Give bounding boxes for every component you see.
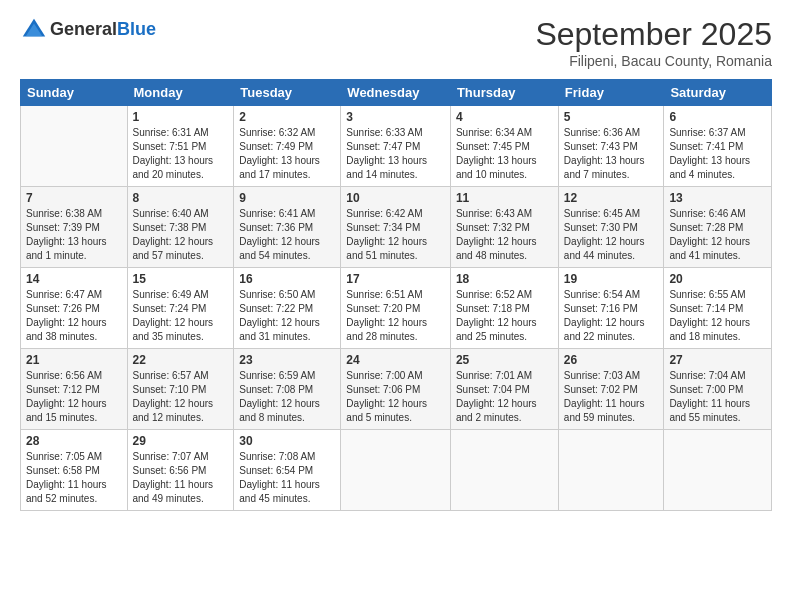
calendar-cell: 9Sunrise: 6:41 AM Sunset: 7:36 PM Daylig… [234, 187, 341, 268]
calendar-cell: 26Sunrise: 7:03 AM Sunset: 7:02 PM Dayli… [558, 349, 664, 430]
day-number: 2 [239, 110, 335, 124]
day-info: Sunrise: 7:01 AM Sunset: 7:04 PM Dayligh… [456, 369, 553, 425]
calendar-cell: 30Sunrise: 7:08 AM Sunset: 6:54 PM Dayli… [234, 430, 341, 511]
col-saturday: Saturday [664, 80, 772, 106]
day-number: 22 [133, 353, 229, 367]
col-thursday: Thursday [450, 80, 558, 106]
calendar-cell: 25Sunrise: 7:01 AM Sunset: 7:04 PM Dayli… [450, 349, 558, 430]
calendar-cell: 13Sunrise: 6:46 AM Sunset: 7:28 PM Dayli… [664, 187, 772, 268]
day-info: Sunrise: 6:51 AM Sunset: 7:20 PM Dayligh… [346, 288, 445, 344]
calendar-header-row: Sunday Monday Tuesday Wednesday Thursday… [21, 80, 772, 106]
day-number: 1 [133, 110, 229, 124]
calendar-cell [558, 430, 664, 511]
day-info: Sunrise: 6:31 AM Sunset: 7:51 PM Dayligh… [133, 126, 229, 182]
calendar-cell [450, 430, 558, 511]
calendar-cell: 15Sunrise: 6:49 AM Sunset: 7:24 PM Dayli… [127, 268, 234, 349]
calendar-cell: 23Sunrise: 6:59 AM Sunset: 7:08 PM Dayli… [234, 349, 341, 430]
day-number: 6 [669, 110, 766, 124]
calendar-week-row: 28Sunrise: 7:05 AM Sunset: 6:58 PM Dayli… [21, 430, 772, 511]
day-info: Sunrise: 7:03 AM Sunset: 7:02 PM Dayligh… [564, 369, 659, 425]
day-number: 5 [564, 110, 659, 124]
logo-blue-text: Blue [117, 19, 156, 39]
day-info: Sunrise: 7:04 AM Sunset: 7:00 PM Dayligh… [669, 369, 766, 425]
day-number: 19 [564, 272, 659, 286]
day-number: 27 [669, 353, 766, 367]
day-number: 14 [26, 272, 122, 286]
calendar-cell [341, 430, 451, 511]
day-info: Sunrise: 6:55 AM Sunset: 7:14 PM Dayligh… [669, 288, 766, 344]
day-number: 26 [564, 353, 659, 367]
day-number: 7 [26, 191, 122, 205]
main-container: GeneralBlue September 2025 Filipeni, Bac… [0, 0, 792, 521]
col-tuesday: Tuesday [234, 80, 341, 106]
day-info: Sunrise: 6:38 AM Sunset: 7:39 PM Dayligh… [26, 207, 122, 263]
logo-icon [20, 16, 48, 44]
calendar-cell: 7Sunrise: 6:38 AM Sunset: 7:39 PM Daylig… [21, 187, 128, 268]
day-number: 25 [456, 353, 553, 367]
day-number: 4 [456, 110, 553, 124]
header: GeneralBlue September 2025 Filipeni, Bac… [20, 16, 772, 69]
day-number: 10 [346, 191, 445, 205]
logo-general-text: General [50, 19, 117, 39]
calendar-cell: 16Sunrise: 6:50 AM Sunset: 7:22 PM Dayli… [234, 268, 341, 349]
day-info: Sunrise: 6:46 AM Sunset: 7:28 PM Dayligh… [669, 207, 766, 263]
day-info: Sunrise: 6:57 AM Sunset: 7:10 PM Dayligh… [133, 369, 229, 425]
day-info: Sunrise: 7:05 AM Sunset: 6:58 PM Dayligh… [26, 450, 122, 506]
day-number: 15 [133, 272, 229, 286]
day-info: Sunrise: 6:52 AM Sunset: 7:18 PM Dayligh… [456, 288, 553, 344]
day-info: Sunrise: 6:32 AM Sunset: 7:49 PM Dayligh… [239, 126, 335, 182]
day-info: Sunrise: 6:49 AM Sunset: 7:24 PM Dayligh… [133, 288, 229, 344]
day-number: 9 [239, 191, 335, 205]
calendar-cell [664, 430, 772, 511]
day-number: 23 [239, 353, 335, 367]
day-number: 3 [346, 110, 445, 124]
calendar-cell: 19Sunrise: 6:54 AM Sunset: 7:16 PM Dayli… [558, 268, 664, 349]
calendar-week-row: 14Sunrise: 6:47 AM Sunset: 7:26 PM Dayli… [21, 268, 772, 349]
day-number: 29 [133, 434, 229, 448]
calendar-cell: 2Sunrise: 6:32 AM Sunset: 7:49 PM Daylig… [234, 106, 341, 187]
day-info: Sunrise: 6:45 AM Sunset: 7:30 PM Dayligh… [564, 207, 659, 263]
col-wednesday: Wednesday [341, 80, 451, 106]
day-info: Sunrise: 7:08 AM Sunset: 6:54 PM Dayligh… [239, 450, 335, 506]
calendar-cell [21, 106, 128, 187]
calendar-week-row: 7Sunrise: 6:38 AM Sunset: 7:39 PM Daylig… [21, 187, 772, 268]
day-number: 13 [669, 191, 766, 205]
col-friday: Friday [558, 80, 664, 106]
calendar-cell: 3Sunrise: 6:33 AM Sunset: 7:47 PM Daylig… [341, 106, 451, 187]
day-number: 17 [346, 272, 445, 286]
day-info: Sunrise: 6:33 AM Sunset: 7:47 PM Dayligh… [346, 126, 445, 182]
day-info: Sunrise: 6:40 AM Sunset: 7:38 PM Dayligh… [133, 207, 229, 263]
day-info: Sunrise: 6:34 AM Sunset: 7:45 PM Dayligh… [456, 126, 553, 182]
day-info: Sunrise: 6:50 AM Sunset: 7:22 PM Dayligh… [239, 288, 335, 344]
day-number: 20 [669, 272, 766, 286]
calendar-cell: 14Sunrise: 6:47 AM Sunset: 7:26 PM Dayli… [21, 268, 128, 349]
calendar-cell: 22Sunrise: 6:57 AM Sunset: 7:10 PM Dayli… [127, 349, 234, 430]
day-number: 12 [564, 191, 659, 205]
calendar-cell: 12Sunrise: 6:45 AM Sunset: 7:30 PM Dayli… [558, 187, 664, 268]
day-number: 21 [26, 353, 122, 367]
day-number: 24 [346, 353, 445, 367]
day-number: 11 [456, 191, 553, 205]
calendar-cell: 11Sunrise: 6:43 AM Sunset: 7:32 PM Dayli… [450, 187, 558, 268]
day-info: Sunrise: 6:41 AM Sunset: 7:36 PM Dayligh… [239, 207, 335, 263]
calendar-cell: 8Sunrise: 6:40 AM Sunset: 7:38 PM Daylig… [127, 187, 234, 268]
day-info: Sunrise: 6:56 AM Sunset: 7:12 PM Dayligh… [26, 369, 122, 425]
calendar-cell: 20Sunrise: 6:55 AM Sunset: 7:14 PM Dayli… [664, 268, 772, 349]
month-title: September 2025 [535, 16, 772, 53]
day-info: Sunrise: 6:54 AM Sunset: 7:16 PM Dayligh… [564, 288, 659, 344]
calendar-cell: 17Sunrise: 6:51 AM Sunset: 7:20 PM Dayli… [341, 268, 451, 349]
day-number: 8 [133, 191, 229, 205]
col-monday: Monday [127, 80, 234, 106]
calendar-cell: 21Sunrise: 6:56 AM Sunset: 7:12 PM Dayli… [21, 349, 128, 430]
calendar-cell: 10Sunrise: 6:42 AM Sunset: 7:34 PM Dayli… [341, 187, 451, 268]
calendar-table: Sunday Monday Tuesday Wednesday Thursday… [20, 79, 772, 511]
day-info: Sunrise: 6:37 AM Sunset: 7:41 PM Dayligh… [669, 126, 766, 182]
col-sunday: Sunday [21, 80, 128, 106]
logo: GeneralBlue [20, 16, 156, 44]
day-number: 28 [26, 434, 122, 448]
day-info: Sunrise: 6:47 AM Sunset: 7:26 PM Dayligh… [26, 288, 122, 344]
day-number: 30 [239, 434, 335, 448]
day-info: Sunrise: 6:36 AM Sunset: 7:43 PM Dayligh… [564, 126, 659, 182]
day-info: Sunrise: 7:00 AM Sunset: 7:06 PM Dayligh… [346, 369, 445, 425]
day-info: Sunrise: 7:07 AM Sunset: 6:56 PM Dayligh… [133, 450, 229, 506]
